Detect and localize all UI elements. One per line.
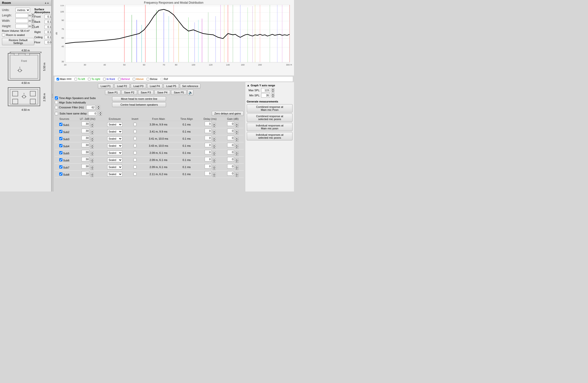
sub-checkbox-5[interactable]: [59, 158, 63, 161]
load-p3-btn[interactable]: Load P3: [131, 84, 146, 89]
sub-invert-checkbox-5[interactable]: [133, 158, 137, 161]
sub-invert-checkbox-6[interactable]: [133, 165, 137, 169]
length-input[interactable]: 5.50: [15, 13, 28, 18]
sub-enclosure-select-4[interactable]: Sealed Ported: [107, 151, 122, 155]
sub-enclosure-select-0[interactable]: Sealed Ported: [107, 122, 122, 127]
sub-gain-stepper-5[interactable]: ▲ ▼: [235, 158, 238, 163]
sub-checkbox-2[interactable]: [59, 137, 63, 140]
sub-gain-up-1[interactable]: ▲: [235, 130, 238, 132]
surface-input-left[interactable]: [44, 25, 51, 29]
sub-gain-up-7[interactable]: ▲: [235, 173, 238, 175]
sub-enclosure-select-1[interactable]: Sealed Ported: [107, 129, 122, 134]
legend-ref-checkbox[interactable]: [160, 78, 163, 80]
move-head-btn[interactable]: Move head to room centre line: [112, 96, 166, 101]
sub-delay-down-0[interactable]: ▼: [213, 125, 216, 127]
sub-gain-down-2[interactable]: ▼: [235, 139, 238, 142]
legend-main-checkbox[interactable]: [57, 78, 59, 80]
sub-enclosure-select-6[interactable]: Sealed Ported: [107, 165, 122, 169]
height-down[interactable]: ▼: [31, 26, 34, 28]
crossover-input[interactable]: [86, 105, 95, 110]
sub-delay-input-2[interactable]: [205, 136, 211, 140]
sealed-checkbox[interactable]: [2, 33, 5, 37]
sub-checkbox-7[interactable]: [59, 172, 63, 176]
sub-lf-down-7[interactable]: ▼: [91, 175, 94, 177]
sub-delay-stepper-0[interactable]: ▲ ▼: [213, 123, 216, 127]
legend-behind-checkbox[interactable]: [118, 78, 121, 80]
sub-lf-up-0[interactable]: ▲: [91, 123, 94, 125]
sub-lf-down-3[interactable]: ▼: [91, 147, 94, 149]
sub-delay-up-5[interactable]: ▲: [213, 158, 216, 161]
sub-lf-input-0[interactable]: [82, 122, 89, 126]
sub-delay-input-6[interactable]: [205, 164, 211, 169]
height-input[interactable]: 2.36: [15, 24, 28, 28]
sub-delay-input-4[interactable]: [205, 150, 211, 154]
legend-to-right-checkbox[interactable]: [88, 78, 91, 80]
sub-delay-down-1[interactable]: ▼: [213, 132, 216, 134]
sub-checkbox-6[interactable]: [59, 165, 63, 169]
height-stepper[interactable]: ▲ ▼: [31, 24, 34, 28]
load-p5-btn[interactable]: Load P5: [164, 84, 179, 89]
sub-gain-stepper-6[interactable]: ▲ ▼: [235, 166, 238, 170]
sub-delay-input-3[interactable]: [205, 143, 211, 147]
sub-delay-stepper-4[interactable]: ▲ ▼: [213, 151, 216, 156]
sub-enclosure-select-2[interactable]: Sealed Ported: [107, 136, 122, 141]
width-down[interactable]: ▼: [31, 21, 34, 23]
sub-lf-up-6[interactable]: ▲: [91, 166, 94, 168]
zero-delays-btn[interactable]: Zero delays and gains: [212, 111, 244, 116]
sub-delay-stepper-6[interactable]: ▲ ▼: [213, 166, 216, 170]
legend-below-checkbox[interactable]: [147, 78, 149, 80]
sub-delay-up-7[interactable]: ▲: [213, 173, 216, 175]
crossover-up[interactable]: ▲: [97, 105, 100, 107]
width-input[interactable]: 4.50: [15, 19, 28, 23]
sub-gain-input-2[interactable]: [227, 136, 234, 140]
sub-delay-input-7[interactable]: [205, 171, 211, 176]
sub-delay-stepper-7[interactable]: ▲ ▼: [213, 173, 216, 177]
sub-lf-up-3[interactable]: ▲: [91, 144, 94, 147]
sub-gain-down-5[interactable]: ▼: [235, 161, 238, 163]
crossover-stepper[interactable]: ▲ ▼: [97, 105, 100, 110]
surface-input-front[interactable]: [44, 15, 51, 19]
legend-above-checkbox[interactable]: [133, 78, 135, 80]
centre-head-btn[interactable]: Centre head between speakers: [112, 102, 166, 107]
sub-delay-up-6[interactable]: ▲: [213, 166, 216, 168]
sub-lf-input-3[interactable]: [82, 143, 89, 147]
gen-combined-selected-btn[interactable]: Combined response atselected mic posns: [247, 114, 293, 122]
surface-input-floor[interactable]: [44, 40, 51, 44]
sub-gain-input-0[interactable]: [227, 122, 234, 126]
sub-gain-stepper-0[interactable]: ▲ ▼: [235, 123, 238, 127]
sub-delay-up-4[interactable]: ▲: [213, 151, 216, 153]
surface-input-back[interactable]: [44, 20, 51, 24]
sub-gain-input-4[interactable]: [227, 150, 234, 154]
length-stepper[interactable]: ▲ ▼: [31, 13, 34, 18]
sub-gain-down-3[interactable]: ▼: [235, 147, 238, 149]
sub-delay-down-6[interactable]: ▼: [213, 168, 216, 170]
sub-enclosure-select-3[interactable]: Sealed Ported: [107, 144, 122, 148]
height-up[interactable]: ▲: [31, 24, 34, 26]
sub-checkbox-3[interactable]: [59, 144, 63, 147]
sub-gain-input-3[interactable]: [227, 143, 234, 147]
sub-lf-input-7[interactable]: [82, 171, 89, 176]
sub-gain-down-4[interactable]: ▼: [235, 153, 238, 156]
crossover-checkbox[interactable]: [55, 106, 58, 109]
width-up[interactable]: ▲: [31, 19, 34, 21]
sub-lf-up-4[interactable]: ▲: [91, 151, 94, 153]
max-spl-input[interactable]: [261, 88, 270, 93]
sub-delay-stepper-5[interactable]: ▲ ▼: [213, 158, 216, 163]
save-p5-btn[interactable]: Save P5: [171, 90, 187, 95]
sub-delay-stepper-2[interactable]: ▲ ▼: [213, 137, 216, 142]
min-spl-input[interactable]: [261, 93, 270, 97]
sub-lf-down-6[interactable]: ▼: [91, 168, 94, 170]
gen-combined-main-btn[interactable]: Combined response atMain mic Posn: [247, 104, 293, 113]
sub-delay-input-1[interactable]: [205, 129, 211, 133]
sub-lf-input-1[interactable]: [82, 129, 89, 133]
subs-delay-input[interactable]: [88, 111, 97, 116]
sub-gain-stepper-7[interactable]: ▲ ▼: [235, 173, 238, 177]
sub-invert-checkbox-1[interactable]: [133, 130, 137, 133]
sub-gain-down-7[interactable]: ▼: [235, 175, 238, 177]
sub-delay-input-0[interactable]: [205, 122, 211, 126]
sub-invert-checkbox-4[interactable]: [133, 151, 137, 154]
sub-lf-stepper-7[interactable]: ▲ ▼: [91, 173, 94, 177]
speaker-icon-btn[interactable]: 🔈: [188, 90, 193, 96]
sub-delay-down-4[interactable]: ▼: [213, 153, 216, 156]
sub-gain-input-5[interactable]: [227, 157, 234, 161]
